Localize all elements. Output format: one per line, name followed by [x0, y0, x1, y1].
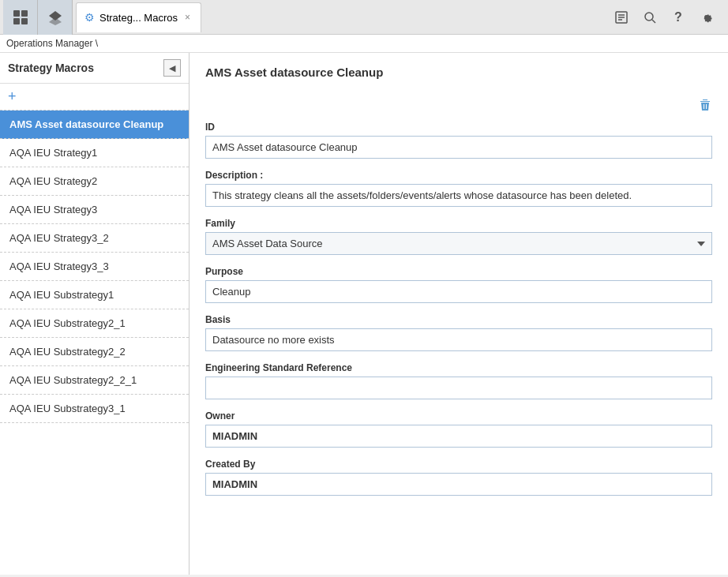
family-label: Family: [205, 218, 712, 229]
owner-input[interactable]: [205, 425, 712, 448]
svg-rect-2: [13, 18, 20, 24]
purpose-field-group: Purpose: [205, 266, 712, 303]
content-toolbar: [205, 98, 712, 115]
sidebar-list-item[interactable]: AQA IEU Strategy3_3: [0, 253, 189, 281]
basis-field-group: Basis: [205, 314, 712, 351]
basis-input[interactable]: [205, 328, 712, 351]
settings-icon[interactable]: [695, 6, 719, 29]
id-field-group: ID: [205, 122, 712, 159]
sidebar-list-item[interactable]: AQA IEU Substrategy2_1: [0, 309, 189, 338]
sidebar-list-item[interactable]: AQA IEU Substrategy2_2_1: [0, 366, 189, 395]
sidebar-title: Strategy Macros: [8, 62, 94, 74]
family-select[interactable]: AMS Asset Data Source: [205, 232, 712, 255]
sidebar-header: Strategy Macros ◀: [0, 53, 189, 84]
description-field-group: Description :: [205, 170, 712, 207]
svg-line-11: [652, 20, 655, 23]
created-by-input[interactable]: [205, 473, 712, 496]
help-icon[interactable]: ?: [666, 6, 690, 29]
sidebar-list: AMS Asset datasource CleanupAQA IEU Stra…: [0, 111, 189, 575]
content-title: AMS Asset datasource Cleanup: [205, 66, 383, 79]
owner-field-group: Owner: [205, 410, 712, 448]
sidebar-collapse-button[interactable]: ◀: [163, 59, 181, 77]
engineering-standard-label: Engineering Standard Reference: [205, 362, 712, 373]
svg-rect-1: [21, 10, 28, 17]
dashboard-tab-icon[interactable]: [3, 0, 38, 35]
svg-point-10: [645, 13, 653, 21]
search-icon[interactable]: [638, 6, 662, 29]
tab-close-button[interactable]: ×: [182, 10, 193, 24]
description-input[interactable]: [205, 184, 712, 207]
tab-label: Strateg... Macros: [99, 12, 178, 24]
sidebar-list-item[interactable]: AQA IEU Substrategy2_2: [0, 338, 189, 366]
engineering-standard-input[interactable]: [205, 377, 712, 399]
breadcrumb: Operations Manager \: [0, 35, 728, 53]
owner-label: Owner: [205, 410, 712, 422]
sidebar-list-item[interactable]: AMS Asset datasource Cleanup: [0, 111, 189, 139]
description-label: Description :: [205, 170, 712, 181]
delete-button[interactable]: [698, 98, 712, 115]
purpose-input[interactable]: [205, 280, 712, 303]
id-input[interactable]: [205, 136, 712, 159]
add-strategy-button[interactable]: +: [0, 84, 189, 111]
top-right-toolbar: ?: [610, 6, 725, 29]
svg-marker-5: [49, 17, 62, 25]
sidebar-list-item[interactable]: AQA IEU Substrategy1: [0, 281, 189, 309]
layers-tab-icon[interactable]: [38, 0, 73, 35]
sidebar-list-item[interactable]: AQA IEU Strategy1: [0, 139, 189, 167]
sidebar-list-item[interactable]: AQA IEU Strategy3: [0, 196, 189, 224]
sidebar-list-item[interactable]: AQA IEU Strategy2: [0, 167, 189, 196]
notes-icon[interactable]: [610, 6, 633, 29]
created-by-label: Created By: [205, 459, 712, 470]
sidebar: Strategy Macros ◀ + AMS Asset datasource…: [0, 53, 190, 575]
strategy-macros-tab[interactable]: ⚙ Strateg... Macros ×: [76, 2, 201, 32]
family-field-group: Family AMS Asset Data Source: [205, 218, 712, 255]
basis-label: Basis: [205, 314, 712, 325]
purpose-label: Purpose: [205, 266, 712, 277]
svg-rect-3: [21, 18, 28, 24]
content-area: AMS Asset datasource Cleanup ID Descript…: [190, 53, 728, 575]
sidebar-list-item[interactable]: AQA IEU Substrategy3_1: [0, 395, 189, 423]
main-layout: Strategy Macros ◀ + AMS Asset datasource…: [0, 53, 728, 575]
tab-gear-icon: ⚙: [84, 11, 95, 24]
id-label: ID: [205, 122, 712, 133]
tab-bar: ⚙ Strateg... Macros × ?: [0, 0, 728, 35]
engineering-standard-field-group: Engineering Standard Reference: [205, 362, 712, 399]
svg-rect-0: [13, 10, 20, 17]
sidebar-list-item[interactable]: AQA IEU Strategy3_2: [0, 224, 189, 253]
created-by-field-group: Created By: [205, 459, 712, 496]
